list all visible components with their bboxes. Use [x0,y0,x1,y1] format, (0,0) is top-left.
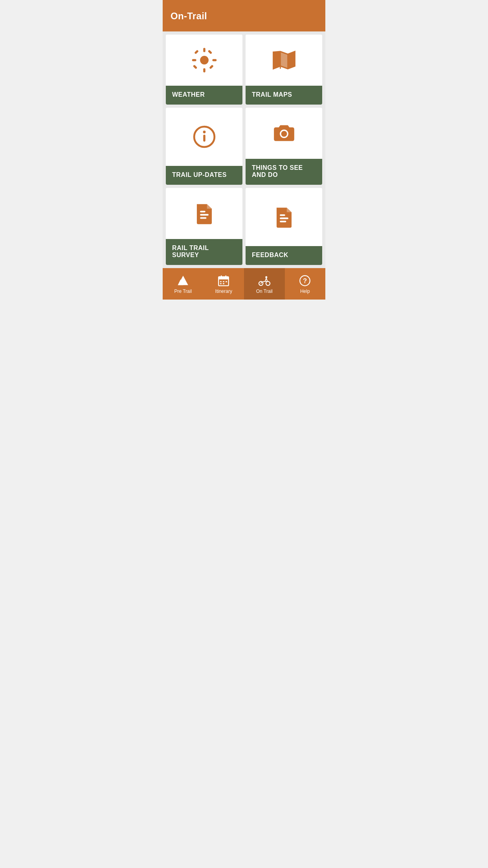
bottom-navigation: Pre Trail Itinerary On Trail ? [163,268,325,300]
svg-rect-4 [212,59,216,61]
svg-rect-29 [220,283,222,284]
svg-rect-19 [280,214,285,216]
nav-item-help[interactable]: ? Help [285,268,326,300]
page-title: On-Trail [171,11,207,22]
svg-point-0 [200,56,209,64]
trail-maps-label: TRAIL MAPS [246,86,322,105]
svg-rect-18 [280,221,286,223]
trail-updates-label: TRAIL UP-DATES [166,166,242,185]
document-survey-icon [191,200,218,227]
things-to-see-icon-area [246,108,322,159]
trail-updates-icon-area [166,108,242,166]
camera-icon [271,120,297,147]
help-icon: ? [299,274,311,287]
svg-rect-25 [226,276,227,278]
svg-rect-30 [223,283,224,284]
things-to-see-card[interactable]: THINGS TO SEE AND DO [246,108,322,185]
nav-label-pre-trail: Pre Trail [174,289,192,294]
svg-rect-14 [200,214,209,215]
svg-rect-1 [203,48,205,52]
nav-item-pre-trail[interactable]: Pre Trail [163,268,204,300]
weather-label: WEATHER [166,86,242,105]
calendar-icon [217,274,230,287]
nav-item-itinerary[interactable]: Itinerary [204,268,244,300]
feedback-card[interactable]: FEEDBACK [246,188,322,265]
map-icon [271,47,297,74]
svg-rect-3 [192,59,196,61]
rail-trail-survey-icon-area [166,188,242,239]
svg-text:?: ? [303,277,307,285]
sun-icon [191,47,218,74]
svg-rect-10 [203,135,205,142]
mountain-icon [177,274,189,287]
svg-rect-16 [200,211,205,212]
things-to-see-label: THINGS TO SEE AND DO [246,159,322,185]
document-feedback-icon [271,204,297,230]
nav-label-on-trail: On Trail [256,289,273,294]
main-grid: WEATHER TRAIL MAPS [163,31,325,268]
nav-label-help: Help [300,289,310,294]
svg-rect-2 [203,68,205,72]
info-icon [191,123,218,150]
nav-item-on-trail[interactable]: On Trail [244,268,285,300]
rail-trail-survey-label: RAIL TRAIL SURVEY [166,239,242,265]
nav-label-itinerary: Itinerary [215,289,232,294]
svg-point-11 [203,131,205,133]
feedback-icon-area [246,188,322,246]
trail-updates-card[interactable]: TRAIL UP-DATES [166,108,242,185]
trail-maps-card[interactable]: TRAIL MAPS [246,35,322,105]
svg-rect-27 [223,281,224,282]
svg-rect-23 [218,277,229,280]
cyclist-icon [258,274,271,287]
weather-card[interactable]: WEATHER [166,35,242,105]
feedback-label: FEEDBACK [246,246,322,265]
svg-rect-7 [193,64,197,69]
weather-icon-area [166,35,242,86]
app-header: On-Trail [163,0,325,31]
svg-rect-8 [207,50,212,54]
svg-rect-6 [209,64,214,69]
svg-point-32 [266,281,270,285]
svg-rect-5 [194,50,199,54]
svg-rect-26 [220,281,222,282]
svg-rect-28 [226,281,227,282]
svg-rect-17 [280,217,288,219]
svg-rect-24 [221,276,222,278]
svg-rect-15 [200,217,206,219]
trail-maps-icon-area [246,35,322,86]
rail-trail-survey-card[interactable]: RAIL TRAIL SURVEY [166,188,242,265]
svg-point-13 [281,131,287,137]
